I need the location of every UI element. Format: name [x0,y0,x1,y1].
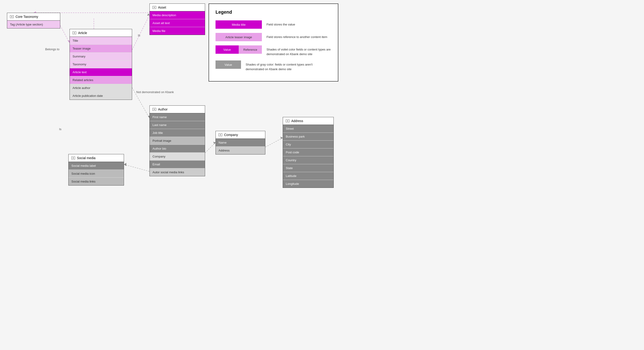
field-last-name: Last name [150,121,205,129]
field-article-text: Article text [70,68,132,76]
field-post-code: Post code [283,148,334,156]
entity-title: Core Taxonomy [16,15,38,18]
entity-icon: ≡ [218,133,222,136]
field-title: Title [70,37,132,45]
legend-swatch-4: Value [216,60,241,69]
svg-marker-7 [147,13,150,16]
belongs-to-label: Belongs to [45,47,59,51]
entity-asset-header: ≡ Asset [150,4,205,11]
legend-desc-3: Shades of voilet color fields or content… [266,45,332,56]
field-email: Email [150,161,205,168]
field-company: Company [150,153,205,161]
entity-article: ≡ Article Title Teaser image Summary Tax… [70,29,132,100]
field-teaser-image: Teaser image [70,45,132,52]
svg-line-6 [132,15,150,50]
field-business-park: Business park [283,133,334,141]
entity-title: Article [78,31,87,35]
legend-row-4: Value Shades of gray color: fields or co… [216,60,332,71]
field-asset-alt-text: Asset alt text [150,19,205,27]
field-portrait-image: Portrait image [150,137,205,145]
entity-company-header: ≡ Company [216,131,265,139]
legend-box: Legend Media title Field stores the valu… [208,3,338,81]
legend-row-3: Value Reference Shades of voilet color f… [216,45,332,56]
entity-address-header: ≡ Address [283,117,334,125]
field-media-file: Media file [150,27,205,35]
field-media-description: Media description [150,11,205,19]
field-city: City [283,141,334,148]
field-latitude: Latitude [283,172,334,180]
svg-line-0 [60,25,70,43]
field-social-media-links: Social media links [68,178,124,185]
entity-author-header: ≡ Author [150,106,205,113]
legend-row-1: Media title Field stores the value [216,20,332,29]
field-address: Address [216,147,265,154]
field-tag: Tag (Article type section) [7,21,60,28]
field-article-pub-date: Article publication date [70,92,132,100]
legend-desc-2: Field stores reference to another conten… [266,33,327,39]
entity-address: ≡ Address Street Business park City Post… [283,117,334,188]
entity-icon: ≡ [286,119,290,122]
entity-icon: ≡ [72,157,75,159]
diagram-canvas: Belongs to Is Not demonstrated on Kbank … [0,0,644,350]
field-first-name: First name [150,113,205,121]
field-author-bio: Author bio [150,145,205,153]
field-social-media-label: Social media label [68,162,124,170]
field-social-media-links: Autor social media links [150,168,205,176]
entity-title: Asset [158,5,166,9]
entity-asset: ≡ Asset Media description Asset alt text… [150,3,205,35]
field-related-articles: Related articles [70,76,132,84]
entity-title: Social media [77,156,96,160]
field-job-title: Job title [150,129,205,137]
entity-icon: ≡ [152,108,156,111]
entity-core-taxonomy: ≡ Core Taxonomy Tag (Article type sectio… [7,13,60,28]
entity-company: ≡ Company Name Address [216,131,265,154]
legend-desc-1: Field stores the value [266,20,295,27]
entity-icon: ≡ [152,6,156,9]
entity-core-taxonomy-header: ≡ Core Taxonomy [7,13,60,21]
legend-swatch-1: Media title [216,20,262,29]
legend-swatch-3: Value Reference [216,45,262,54]
field-street: Street [283,125,334,133]
field-country: Country [283,156,334,164]
svg-line-10 [124,164,150,171]
entity-icon: ≡ [72,31,76,34]
is-label-1: Is [138,33,140,37]
is-label-2: Is [59,127,62,131]
svg-line-14 [265,138,283,147]
field-article-author: Article author [70,84,132,92]
svg-marker-13 [213,142,216,144]
field-summary: Summary [70,52,132,60]
entity-social-media: ≡ Social media Social media label Social… [68,154,124,186]
legend-swatch-2: Article teaser image [216,33,262,41]
svg-marker-15 [280,137,283,139]
legend-desc-4: Shades of gray color: fields or content … [246,60,332,71]
legend-row-2: Article teaser image Field stores refere… [216,33,332,41]
legend-title: Legend [216,9,332,15]
svg-line-12 [205,142,216,153]
field-taxonomy: Taxonomy [70,60,132,68]
not-demonstrated-label: Not demonstrated on Kbank [136,90,174,94]
entity-title: Author [158,107,168,111]
entity-title: Address [291,119,303,123]
field-social-media-icon: Social media icon [68,170,124,178]
svg-marker-11 [124,163,126,166]
field-longitude: Longitude [283,180,334,188]
field-state: State [283,164,334,172]
field-name: Name [216,139,265,147]
entity-article-header: ≡ Article [70,29,132,37]
entity-title: Company [224,133,238,137]
entity-social-media-header: ≡ Social media [68,154,124,162]
entity-icon: ≡ [10,15,14,18]
entity-author: ≡ Author First name Last name Job title … [150,105,205,176]
